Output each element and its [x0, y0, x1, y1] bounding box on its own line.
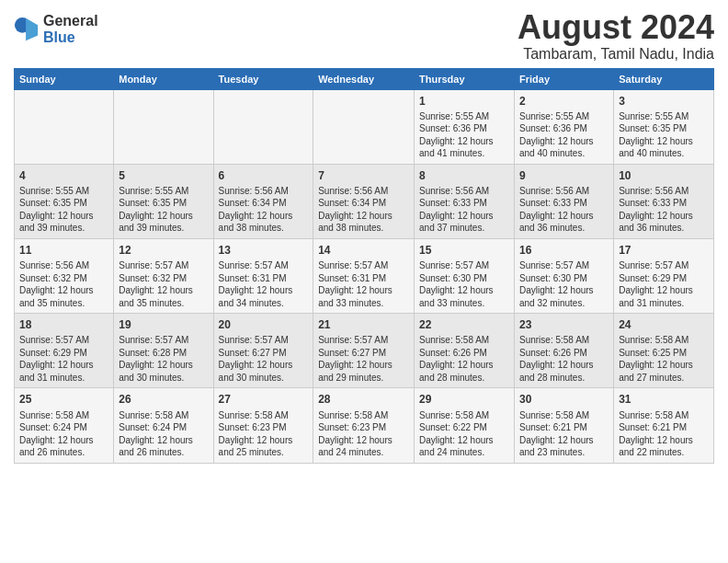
week-row-4: 18Sunrise: 5:57 AM Sunset: 6:29 PM Dayli…: [15, 314, 714, 388]
day-info: Sunrise: 5:55 AM Sunset: 6:36 PM Dayligh…: [519, 110, 609, 160]
day-number: 19: [119, 317, 208, 332]
day-info: Sunrise: 5:58 AM Sunset: 6:22 PM Dayligh…: [419, 409, 509, 459]
day-info: Sunrise: 5:58 AM Sunset: 6:23 PM Dayligh…: [219, 409, 309, 459]
day-number: 12: [119, 243, 208, 258]
calendar-cell: 8Sunrise: 5:56 AM Sunset: 6:33 PM Daylig…: [415, 164, 515, 238]
calendar-cell: 25Sunrise: 5:58 AM Sunset: 6:24 PM Dayli…: [15, 388, 114, 463]
week-row-5: 25Sunrise: 5:58 AM Sunset: 6:24 PM Dayli…: [15, 388, 714, 463]
day-number: 4: [19, 168, 108, 183]
day-info: Sunrise: 5:56 AM Sunset: 6:33 PM Dayligh…: [619, 185, 709, 235]
day-info: Sunrise: 5:55 AM Sunset: 6:35 PM Dayligh…: [19, 185, 108, 235]
logo-text: General Blue: [43, 13, 98, 45]
calendar-cell: 5Sunrise: 5:55 AM Sunset: 6:35 PM Daylig…: [114, 164, 213, 238]
header-row: SundayMondayTuesdayWednesdayThursdayFrid…: [15, 68, 714, 89]
day-info: Sunrise: 5:57 AM Sunset: 6:27 PM Dayligh…: [219, 334, 309, 384]
day-info: Sunrise: 5:58 AM Sunset: 6:25 PM Dayligh…: [619, 334, 709, 384]
day-info: Sunrise: 5:56 AM Sunset: 6:34 PM Dayligh…: [318, 185, 409, 235]
calendar-cell: [213, 89, 313, 164]
week-row-1: 1Sunrise: 5:55 AM Sunset: 6:36 PM Daylig…: [15, 89, 714, 164]
calendar-cell: 29Sunrise: 5:58 AM Sunset: 6:22 PM Dayli…: [415, 388, 515, 463]
calendar-cell: 24Sunrise: 5:58 AM Sunset: 6:25 PM Dayli…: [614, 314, 714, 388]
calendar-cell: 17Sunrise: 5:57 AM Sunset: 6:29 PM Dayli…: [614, 238, 714, 313]
day-info: Sunrise: 5:58 AM Sunset: 6:24 PM Dayligh…: [119, 409, 208, 459]
day-number: 22: [419, 317, 509, 332]
day-info: Sunrise: 5:58 AM Sunset: 6:26 PM Dayligh…: [519, 334, 609, 384]
calendar-cell: 4Sunrise: 5:55 AM Sunset: 6:35 PM Daylig…: [15, 164, 114, 238]
day-info: Sunrise: 5:58 AM Sunset: 6:21 PM Dayligh…: [519, 409, 609, 459]
day-number: 9: [519, 168, 609, 183]
header-day-wednesday: Wednesday: [313, 68, 415, 89]
logo-general-label: General: [43, 13, 98, 29]
calendar-cell: 15Sunrise: 5:57 AM Sunset: 6:30 PM Dayli…: [415, 238, 515, 313]
day-number: 8: [419, 168, 509, 183]
day-info: Sunrise: 5:58 AM Sunset: 6:26 PM Dayligh…: [419, 334, 509, 384]
day-info: Sunrise: 5:56 AM Sunset: 6:33 PM Dayligh…: [419, 185, 509, 235]
day-info: Sunrise: 5:55 AM Sunset: 6:35 PM Dayligh…: [619, 110, 709, 160]
header-day-friday: Friday: [515, 68, 614, 89]
day-number: 7: [318, 168, 409, 183]
calendar-cell: 27Sunrise: 5:58 AM Sunset: 6:23 PM Dayli…: [213, 388, 313, 463]
day-number: 14: [318, 243, 409, 258]
day-info: Sunrise: 5:56 AM Sunset: 6:34 PM Dayligh…: [219, 185, 309, 235]
header-day-thursday: Thursday: [415, 68, 515, 89]
day-number: 13: [219, 243, 309, 258]
header-day-monday: Monday: [114, 68, 213, 89]
calendar-cell: 12Sunrise: 5:57 AM Sunset: 6:32 PM Dayli…: [114, 238, 213, 313]
day-number: 5: [119, 168, 208, 183]
day-number: 31: [619, 392, 709, 407]
calendar-cell: 11Sunrise: 5:56 AM Sunset: 6:32 PM Dayli…: [15, 238, 114, 313]
day-number: 30: [519, 392, 609, 407]
calendar-cell: 1Sunrise: 5:55 AM Sunset: 6:36 PM Daylig…: [415, 89, 515, 164]
header: General Blue August 2024 Tambaram, Tamil…: [14, 9, 714, 63]
day-info: Sunrise: 5:57 AM Sunset: 6:31 PM Dayligh…: [219, 259, 309, 309]
day-number: 16: [519, 243, 609, 258]
logo: General Blue: [14, 13, 98, 45]
day-number: 6: [219, 168, 309, 183]
day-number: 28: [318, 392, 409, 407]
day-number: 11: [19, 243, 108, 258]
day-number: 18: [19, 317, 108, 332]
calendar-cell: 21Sunrise: 5:57 AM Sunset: 6:27 PM Dayli…: [313, 314, 415, 388]
day-number: 24: [619, 317, 709, 332]
logo-blue-label: Blue: [43, 29, 98, 46]
day-info: Sunrise: 5:57 AM Sunset: 6:29 PM Dayligh…: [19, 334, 108, 384]
logo-icon: [14, 17, 40, 42]
calendar-cell: 23Sunrise: 5:58 AM Sunset: 6:26 PM Dayli…: [515, 314, 614, 388]
title-area: August 2024 Tambaram, Tamil Nadu, India: [518, 9, 714, 63]
day-info: Sunrise: 5:57 AM Sunset: 6:30 PM Dayligh…: [519, 259, 609, 309]
week-row-2: 4Sunrise: 5:55 AM Sunset: 6:35 PM Daylig…: [15, 164, 714, 238]
day-info: Sunrise: 5:56 AM Sunset: 6:32 PM Dayligh…: [19, 259, 108, 309]
calendar-cell: [114, 89, 213, 164]
calendar-cell: 26Sunrise: 5:58 AM Sunset: 6:24 PM Dayli…: [114, 388, 213, 463]
calendar-cell: 16Sunrise: 5:57 AM Sunset: 6:30 PM Dayli…: [515, 238, 614, 313]
header-day-sunday: Sunday: [15, 68, 114, 89]
day-info: Sunrise: 5:58 AM Sunset: 6:24 PM Dayligh…: [19, 409, 108, 459]
day-number: 3: [619, 94, 709, 109]
day-info: Sunrise: 5:58 AM Sunset: 6:23 PM Dayligh…: [318, 409, 409, 459]
calendar-cell: 28Sunrise: 5:58 AM Sunset: 6:23 PM Dayli…: [313, 388, 415, 463]
calendar-cell: 13Sunrise: 5:57 AM Sunset: 6:31 PM Dayli…: [213, 238, 313, 313]
day-info: Sunrise: 5:57 AM Sunset: 6:30 PM Dayligh…: [419, 259, 509, 309]
month-title: August 2024: [518, 9, 714, 46]
calendar-table: SundayMondayTuesdayWednesdayThursdayFrid…: [14, 68, 714, 464]
day-info: Sunrise: 5:57 AM Sunset: 6:28 PM Dayligh…: [119, 334, 208, 384]
calendar-cell: 18Sunrise: 5:57 AM Sunset: 6:29 PM Dayli…: [15, 314, 114, 388]
location-subtitle: Tambaram, Tamil Nadu, India: [518, 46, 714, 63]
day-number: 25: [19, 392, 108, 407]
day-info: Sunrise: 5:57 AM Sunset: 6:31 PM Dayligh…: [318, 259, 409, 309]
day-number: 1: [419, 94, 509, 109]
calendar-cell: 9Sunrise: 5:56 AM Sunset: 6:33 PM Daylig…: [515, 164, 614, 238]
header-day-saturday: Saturday: [614, 68, 714, 89]
day-number: 17: [619, 243, 709, 258]
calendar-cell: 31Sunrise: 5:58 AM Sunset: 6:21 PM Dayli…: [614, 388, 714, 463]
day-info: Sunrise: 5:57 AM Sunset: 6:27 PM Dayligh…: [318, 334, 409, 384]
day-info: Sunrise: 5:55 AM Sunset: 6:35 PM Dayligh…: [119, 185, 208, 235]
day-number: 21: [318, 317, 409, 332]
day-number: 29: [419, 392, 509, 407]
calendar-cell: 6Sunrise: 5:56 AM Sunset: 6:34 PM Daylig…: [213, 164, 313, 238]
calendar-cell: 19Sunrise: 5:57 AM Sunset: 6:28 PM Dayli…: [114, 314, 213, 388]
day-number: 27: [219, 392, 309, 407]
header-day-tuesday: Tuesday: [213, 68, 313, 89]
day-info: Sunrise: 5:58 AM Sunset: 6:21 PM Dayligh…: [619, 409, 709, 459]
day-info: Sunrise: 5:56 AM Sunset: 6:33 PM Dayligh…: [519, 185, 609, 235]
